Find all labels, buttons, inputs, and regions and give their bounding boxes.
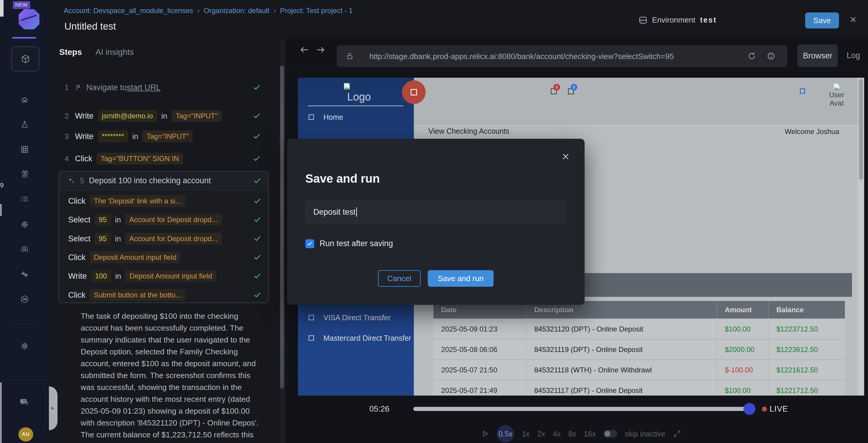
url-bar[interactable]: http://stage.dbank.prod-apps.relicx.ai:8… xyxy=(337,45,787,67)
bank-notification-icon-2[interactable]: 0 xyxy=(568,88,574,94)
step-segment-target[interactable]: Tag="BUTTON" SIGN IN xyxy=(97,153,183,165)
substep-row[interactable]: Select95inAccount for Deposit dropd... xyxy=(59,232,269,245)
play-icon[interactable] xyxy=(481,430,489,438)
bank-logo-broken-image[interactable]: Logo xyxy=(343,83,371,103)
tab-steps[interactable]: Steps xyxy=(59,48,82,57)
step-segment-value[interactable]: 95 xyxy=(95,214,111,226)
environment-selector[interactable]: Environment test xyxy=(639,16,717,25)
breadcrumb-account[interactable]: Account: Devspace_all_module_licenses xyxy=(64,6,193,15)
breadcrumb-organization[interactable]: Organization: default xyxy=(204,6,269,15)
bank-notification-icon-1[interactable]: 0 xyxy=(551,88,557,94)
user-avatar[interactable]: AU xyxy=(19,427,33,442)
environment-value: test xyxy=(700,16,717,24)
step-segment-target[interactable]: Account for Deposit dropd... xyxy=(125,233,222,245)
scrollbar-thumb[interactable] xyxy=(859,79,863,180)
step-segment-target[interactable]: Deposit Amount input field xyxy=(90,252,181,263)
info-icon[interactable] xyxy=(767,52,776,60)
speed-option-16x[interactable]: 16x xyxy=(584,430,596,438)
save-button[interactable]: Save xyxy=(805,12,839,28)
help-chat-button[interactable]: ? xyxy=(0,397,49,407)
step-segment-target[interactable]: Tag="INPUT" xyxy=(142,130,193,142)
scrollbar-thumb[interactable] xyxy=(280,65,284,389)
step-group-header[interactable]: 5 Deposit 100 into checking account xyxy=(59,172,268,190)
speed-option-2x[interactable]: 2x xyxy=(537,430,545,438)
header-close-icon[interactable] xyxy=(849,16,857,24)
notification-badge: 0 xyxy=(554,84,560,90)
app-logo[interactable] xyxy=(18,8,40,30)
table-row[interactable]: 2025-05-09 01:23845321120 (DPT) - Online… xyxy=(433,319,845,339)
sidebar-item-home[interactable] xyxy=(0,95,49,105)
speed-option-1x[interactable]: 1x xyxy=(522,430,529,438)
sidebar-item-runs[interactable] xyxy=(0,170,49,178)
run-after-saving-checkbox[interactable] xyxy=(305,239,314,248)
sidebar-item-list[interactable] xyxy=(0,195,49,203)
bank-nav-home[interactable]: Home xyxy=(298,111,414,123)
step-segment-target[interactable]: Submit button at the botto... xyxy=(90,289,186,301)
bank-toolbar-broken-image[interactable] xyxy=(800,88,805,94)
forward-arrow-icon[interactable] xyxy=(315,45,326,55)
toggle-knob xyxy=(604,431,610,437)
step-row[interactable]: 3Write********inTag="INPUT" xyxy=(49,130,280,143)
modal-close-icon[interactable] xyxy=(561,152,570,161)
step-row[interactable]: 4ClickTag="BUTTON" SIGN IN xyxy=(49,152,280,165)
speed-option-8x[interactable]: 8x xyxy=(568,430,576,438)
table-row[interactable]: 2025-05-08 06:06845321119 (DPT) - Online… xyxy=(433,339,845,359)
bank-menu-button[interactable] xyxy=(402,80,426,104)
step-row[interactable]: 2Writejsmith@demo.ioinTag="INPUT" xyxy=(49,110,280,122)
sidebar-item-suites[interactable] xyxy=(0,145,49,154)
substep-row[interactable]: ClickThe 'Deposit' link with a si... xyxy=(59,195,269,208)
panel-collapse-handle[interactable] xyxy=(49,386,58,430)
step-segment-target[interactable]: Deposit Amount input field xyxy=(125,270,216,282)
sidebar-item-settings-1[interactable] xyxy=(0,220,49,229)
sidebar-item-slack[interactable] xyxy=(0,270,49,279)
expand-icon[interactable] xyxy=(673,430,681,438)
bank-user-avatar-broken-image[interactable]: User Avat xyxy=(825,83,848,107)
home-icon xyxy=(20,95,29,105)
bank-page-scrollbar[interactable] xyxy=(858,78,864,395)
playback-progress-track[interactable] xyxy=(413,407,753,411)
substep-row[interactable]: Select95inAccount for Deposit dropd... xyxy=(59,213,269,226)
substep-row[interactable]: Write100inDeposit Amount input field xyxy=(59,269,269,283)
step-segment-value[interactable]: 100 xyxy=(91,270,111,282)
tab-ai-insights[interactable]: AI insights xyxy=(95,48,134,57)
step-segment-value[interactable]: ******** xyxy=(98,130,128,142)
bank-page-heading: View Checking Accounts xyxy=(428,127,509,136)
back-arrow-icon[interactable] xyxy=(299,45,309,55)
sidebar-item-lab[interactable] xyxy=(0,120,49,129)
playback-progress-knob[interactable] xyxy=(743,403,755,415)
substep-row[interactable]: ClickSubmit button at the botto... xyxy=(59,289,269,301)
table-row[interactable]: 2025-05-07 21:49845321117 (DPT) - Online… xyxy=(433,380,845,395)
tab-log[interactable]: Log xyxy=(847,51,860,60)
step-group[interactable]: 5 Deposit 100 into checking account Clic… xyxy=(59,171,269,303)
step-segment-target[interactable]: The 'Deposit' link with a si... xyxy=(90,195,186,207)
step-segment-target[interactable]: Tag="INPUT" xyxy=(172,110,222,122)
sidebar-item-tests-active[interactable] xyxy=(11,47,39,71)
url-text[interactable]: http://stage.dbank.prod-apps.relicx.ai:8… xyxy=(369,52,734,61)
speed-option-4x[interactable]: 4x xyxy=(553,430,561,438)
table-row[interactable]: 2025-05-07 21:50845321118 (WTH) - Online… xyxy=(433,359,845,380)
sidebar-item-support[interactable] xyxy=(0,245,49,254)
tab-browser[interactable]: Browser xyxy=(798,45,838,67)
skip-inactive-toggle[interactable] xyxy=(603,430,617,438)
breadcrumb-project[interactable]: Project: Test project - 1 xyxy=(280,6,353,15)
substep-row[interactable]: ClickDeposit Amount input field xyxy=(59,251,269,264)
steps-scrollbar[interactable] xyxy=(279,38,285,443)
sidebar-item-integrations[interactable] xyxy=(0,295,49,304)
bank-nav-mastercard-transfer[interactable]: Mastercard Direct Transfer xyxy=(298,332,414,344)
step-segment-target[interactable]: Account for Deposit dropd... xyxy=(125,214,222,226)
step-segment-plain: in xyxy=(161,112,167,121)
step-segment-link[interactable]: start URL xyxy=(127,83,161,92)
step-row[interactable]: 1Navigate to start URL xyxy=(49,81,280,94)
refresh-icon[interactable] xyxy=(747,52,756,60)
step-segment-value[interactable]: jsmith@demo.io xyxy=(98,110,157,122)
sidebar-item-settings-2[interactable] xyxy=(0,342,49,351)
speed-option-0.5x[interactable]: 0.5x xyxy=(497,425,514,442)
step-segment-value[interactable]: 95 xyxy=(95,233,111,245)
test-name-input[interactable]: Deposit test xyxy=(305,200,566,224)
run-after-saving-row[interactable]: Run test after saving xyxy=(305,239,393,248)
save-and-run-button[interactable]: Save and run xyxy=(428,270,494,287)
flag-icon xyxy=(75,84,83,91)
cancel-button[interactable]: Cancel xyxy=(378,270,421,287)
table-cell-date: 2025-05-07 21:49 xyxy=(433,380,526,395)
bank-nav-visa-transfer[interactable]: VISA Direct Transfer xyxy=(298,312,414,324)
